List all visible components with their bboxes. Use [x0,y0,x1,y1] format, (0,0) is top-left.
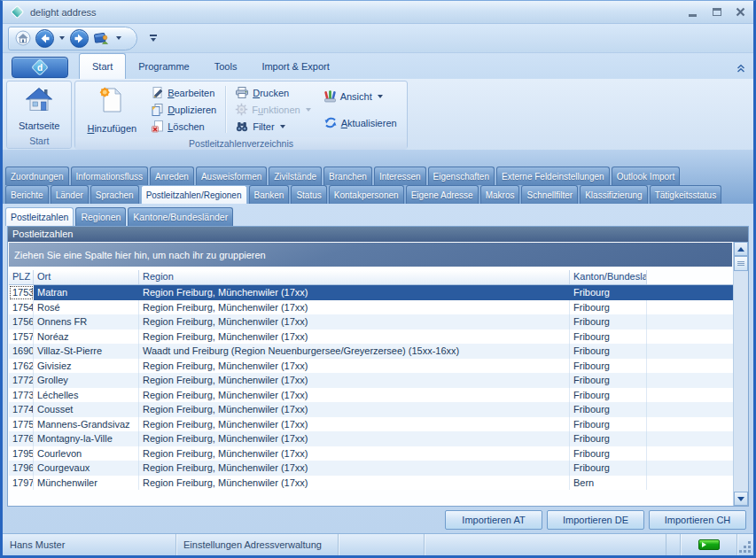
table-row[interactable]: 1773LéchellesRegion Freiburg, Münchenwil… [9,388,733,403]
loeschen-button[interactable]: Löschen [146,118,221,135]
column-header-plz[interactable]: PLZ [9,270,34,284]
table-row[interactable]: 1776Montagny-la-VilleRegion Freiburg, Mü… [9,431,733,446]
tab-label: Ausweisformen [201,172,261,182]
tab-schnellfilter[interactable]: Schnellfilter [521,185,578,204]
home-button[interactable] [13,28,33,48]
cell-plz: 1775 [9,417,34,432]
drucken-button[interactable]: Drucken [230,84,315,101]
window-title: delight address [30,7,97,18]
minimize-icon [689,14,697,17]
subtab-kantone-bundesländer[interactable]: Kantone/Bundesländer [128,207,233,226]
table-row[interactable]: 1690Villaz-St-PierreWaadt und Freiburg (… [9,344,733,359]
tab-externe-feldeinstellungen[interactable]: Externe Feldeinstellungen [496,167,610,185]
tab-status[interactable]: Status [291,185,326,204]
back-dropdown[interactable] [57,28,67,48]
ribbon-tab-tools[interactable]: Tools [202,53,250,79]
column-header-ort[interactable]: Ort [34,270,139,284]
ribbon-tab-programme[interactable]: Programme [126,53,201,79]
tab-postleitzahlen-regionen[interactable]: Postleitzahlen/Regionen [141,185,247,204]
hinzufuegen-button[interactable]: Hinzufügen [79,83,144,136]
table-row[interactable]: 1774CoussetRegion Freiburg, Münchenwiler… [9,402,733,417]
tab-makros[interactable]: Makros [480,185,520,204]
collapse-ribbon-button[interactable] [736,63,746,74]
import-button-importieren-at[interactable]: Importieren AT [445,510,542,530]
tab-berichte[interactable]: Berichte [5,185,49,204]
table-row[interactable]: 1775Mannens-GrandsivazRegion Freiburg, M… [9,417,733,432]
column-header-kanton-bundesland[interactable]: Kanton/Bundesland [570,270,647,284]
aktualisieren-button[interactable]: Aktualisieren [319,114,401,131]
tab-label: Schnellfilter [526,190,573,200]
tab-label: Status [296,190,321,200]
ribbon-group-start: Startseite Start [6,81,72,149]
cell-kanton: Fribourg [570,402,647,417]
subtab-regionen[interactable]: Regionen [75,207,126,226]
table-row[interactable]: 1753MatranRegion Freiburg, Münchenwiler … [9,285,733,300]
funktionen-button[interactable]: Funktionen [230,101,315,118]
scroll-up-button[interactable] [734,242,748,256]
status-context: Einstellungen Adressverwaltung [176,534,339,555]
tab-informationsfluss[interactable]: Informationsfluss [71,167,149,185]
tab-label: Sprachen [96,190,134,200]
vertical-scrollbar[interactable] [733,242,748,506]
tab-ausweisformen[interactable]: Ausweisformen [196,167,267,185]
ansicht-button[interactable]: Ansicht [319,88,401,105]
table-row[interactable]: 1756Onnens FRRegion Freiburg, Münchenwil… [9,314,733,329]
tab-zivilstände[interactable]: Zivilstände [269,167,322,185]
table-row[interactable]: 1772GrolleyRegion Freiburg, Münchenwiler… [9,373,733,388]
import-button-importieren-de[interactable]: Importieren DE [547,510,644,530]
cell-kanton: Fribourg [570,461,647,476]
tab-zuordnungen[interactable]: Zuordnungen [5,167,69,185]
table-row[interactable]: 1757NoréazRegion Freiburg, Münchenwiler … [9,329,733,345]
minimize-button[interactable] [685,5,700,19]
tab-tätigkeitsstatus[interactable]: Tätigkeitsstatus [650,185,721,204]
tab-branchen[interactable]: Branchen [323,167,372,185]
column-header-region[interactable]: Region [139,270,570,284]
resize-grip[interactable] [737,534,753,555]
table-row[interactable]: 1797MünchenwilerRegion Freiburg, München… [9,476,733,491]
import-button-row: Importieren ATImportieren DEImportieren … [3,507,753,533]
tab-banken[interactable]: Banken [249,185,290,204]
maximize-button[interactable] [709,5,724,19]
cell-plz: 1795 [9,446,34,461]
ribbon-tab-start[interactable]: Start [79,53,126,79]
address-book-dropdown[interactable] [113,28,124,48]
group-by-bar[interactable]: Ziehen Sie eine Spalte hier hin, um nach… [9,243,732,267]
filter-button[interactable]: Filter [230,118,315,135]
tab-outlook-import[interactable]: Outlook Import [612,167,681,185]
scrollbar-track[interactable] [734,271,748,492]
back-button[interactable] [35,29,54,48]
toolbar-overflow-button[interactable] [146,35,160,42]
drucken-label: Drucken [253,88,289,98]
column-header-row: PLZOrtRegionKanton/Bundesland [9,270,733,285]
tab-label: Postleitzahlen/Regionen [146,190,242,200]
forward-button[interactable] [70,29,89,48]
tab-eigene-adresse[interactable]: Eigene Adresse [406,185,479,204]
table-row[interactable]: 1762GivisiezRegion Freiburg, Münchenwile… [9,359,733,374]
address-book-button[interactable] [91,28,111,48]
address-book-icon [93,30,110,46]
cell-plz: 1757 [9,329,34,345]
tab-länder[interactable]: Länder [51,185,89,204]
tab-sprachen[interactable]: Sprachen [90,185,139,204]
delete-icon [151,120,164,133]
table-row[interactable]: 1795CourlevonRegion Freiburg, Münchenwil… [9,446,733,461]
subtab-postleitzahlen[interactable]: Postleitzahlen [5,207,74,226]
startseite-button[interactable]: Startseite [11,83,67,133]
cell-ort: Léchelles [34,388,139,403]
tab-anreden[interactable]: Anreden [150,167,194,185]
binoculars-icon [235,120,249,133]
close-button[interactable] [733,5,748,19]
tab-kontakpersonen[interactable]: Kontakpersonen [329,185,404,204]
duplizieren-button[interactable]: Duplizieren [146,101,221,118]
ribbon-tab-import-export[interactable]: Import & Export [249,53,341,79]
table-row[interactable]: 1796CourgevauxRegion Freiburg, Münchenwi… [9,461,733,476]
scrollbar-thumb[interactable] [734,256,748,271]
bearbeiten-button[interactable]: Bearbeiten [146,84,221,101]
tab-eigenschaften[interactable]: Eigenschaften [428,167,495,185]
tab-interessen[interactable]: Interessen [374,167,426,185]
tab-klassifizierung[interactable]: Klassifizierung [580,185,647,204]
import-button-importieren-ch[interactable]: Importieren CH [649,510,746,530]
table-row[interactable]: 1754RoséRegion Freiburg, Münchenwiler (1… [9,300,733,315]
application-menu-button[interactable]: d [12,57,68,78]
scroll-down-button[interactable] [734,492,748,506]
